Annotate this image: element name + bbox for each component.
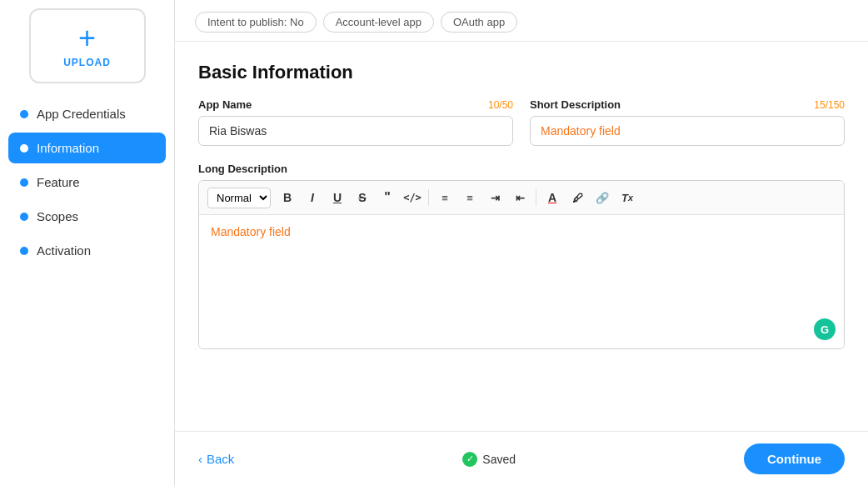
footer: ‹ Back ✓ Saved Continue (175, 431, 868, 486)
saved-check-icon: ✓ (462, 452, 477, 467)
nav-dot (20, 247, 28, 255)
toolbar-separator-2 (536, 189, 536, 206)
upload-area[interactable]: + UPLOAD (29, 8, 146, 83)
clear-format-button[interactable]: Tx (616, 186, 639, 209)
sidebar-item-app-credentials[interactable]: App Credentials (8, 98, 166, 129)
underline-button[interactable]: U (326, 186, 349, 209)
long-desc-group: Long Description Normal B I U S " </> ≡ … (198, 163, 845, 349)
long-desc-label: Long Description (198, 163, 287, 175)
grammarly-icon: G (814, 318, 836, 340)
saved-label: Saved (482, 453, 516, 466)
app-name-group: App Name 10/50 (198, 98, 513, 146)
highlight-button[interactable]: 🖊 (566, 186, 589, 209)
bold-button[interactable]: B (276, 186, 299, 209)
sidebar-item-activation[interactable]: Activation (8, 235, 166, 266)
back-label: Back (207, 452, 234, 466)
strikethrough-button[interactable]: S (351, 186, 374, 209)
content-area: Basic Information App Name 10/50 Short D… (175, 42, 868, 431)
continue-button[interactable]: Continue (744, 443, 845, 474)
long-desc-header: Long Description (198, 163, 845, 175)
editor-content: Mandatory field (211, 225, 291, 238)
sidebar-item-label: Feature (37, 175, 80, 189)
app-name-label: App Name (198, 98, 252, 111)
unordered-list-button[interactable]: ≡ (458, 186, 481, 209)
upload-plus-icon: + (78, 23, 96, 53)
italic-button[interactable]: I (301, 186, 324, 209)
editor-toolbar: Normal B I U S " </> ≡ ≡ ⇥ ⇤ A 🖊 🔗 (199, 181, 844, 215)
indent-left-button[interactable]: ⇤ (508, 186, 531, 209)
app-name-header: App Name 10/50 (198, 98, 513, 111)
nav-dot (20, 213, 28, 221)
sidebar-item-feature[interactable]: Feature (8, 167, 166, 198)
short-desc-group: Short Description 15/150 (530, 98, 845, 146)
sidebar-item-label: App Credentials (37, 107, 126, 121)
tags-bar: Intent to publish: No Account-level app … (175, 0, 868, 42)
nav-dot (20, 144, 28, 153)
font-color-button[interactable]: A (541, 186, 564, 209)
short-desc-input[interactable] (530, 116, 845, 146)
blockquote-button[interactable]: " (376, 186, 399, 209)
form-row-top: App Name 10/50 Short Description 15/150 (198, 98, 845, 146)
short-desc-count: 15/150 (814, 99, 845, 111)
section-title: Basic Information (198, 62, 845, 83)
sidebar-item-label: Scopes (37, 209, 78, 223)
sidebar-item-label: Activation (37, 243, 91, 258)
code-button[interactable]: </> (401, 186, 424, 209)
sidebar-item-scopes[interactable]: Scopes (8, 201, 166, 232)
app-name-input[interactable] (198, 116, 513, 146)
short-desc-label: Short Description (530, 98, 621, 111)
editor-body[interactable]: Mandatory field G (199, 215, 844, 348)
sidebar-nav: App Credentials Information Feature Scop… (0, 98, 174, 269)
back-button[interactable]: ‹ Back (198, 452, 234, 466)
upload-label: UPLOAD (63, 57, 111, 68)
format-select[interactable]: Normal (207, 188, 271, 208)
nav-dot (20, 178, 28, 187)
tag-oauth[interactable]: OAuth app (441, 12, 517, 33)
toolbar-separator-1 (428, 189, 429, 206)
nav-dot (20, 110, 28, 118)
main-panel: Intent to publish: No Account-level app … (175, 0, 868, 486)
sidebar-item-label: Information (37, 141, 99, 155)
sidebar-item-information[interactable]: Information (8, 133, 166, 163)
ordered-list-button[interactable]: ≡ (433, 186, 456, 209)
tag-intent[interactable]: Intent to publish: No (195, 12, 317, 33)
editor-container: Normal B I U S " </> ≡ ≡ ⇥ ⇤ A 🖊 🔗 (198, 180, 845, 349)
indent-right-button[interactable]: ⇥ (483, 186, 506, 209)
short-desc-header: Short Description 15/150 (530, 98, 845, 111)
link-button[interactable]: 🔗 (591, 186, 614, 209)
back-chevron-icon: ‹ (198, 452, 202, 466)
sidebar: + UPLOAD App Credentials Information Fea… (0, 0, 175, 486)
tag-account-level[interactable]: Account-level app (323, 12, 434, 33)
saved-indicator: ✓ Saved (462, 452, 516, 467)
app-name-count: 10/50 (488, 99, 513, 111)
